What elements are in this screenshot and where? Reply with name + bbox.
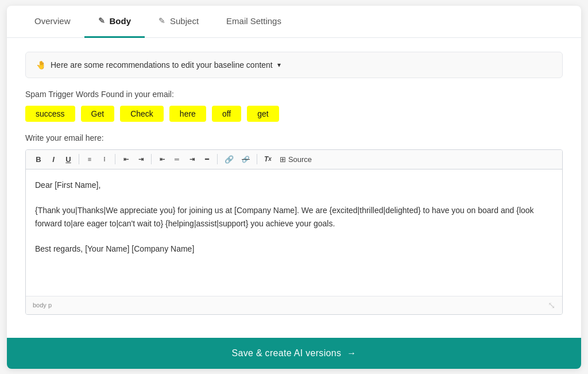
spam-section: Spam Trigger Words Found in your email: … [25,90,563,122]
ordered-list-button[interactable]: ≡ [83,154,96,165]
save-button-label: Save & create AI versions [231,348,341,358]
tab-bar: Overview ✎ Body ✎ Subject Email Settings [7,6,581,38]
email-line-2: {Thank you|Thanks|We appreciate you} for… [35,204,553,230]
align-left-button[interactable]: ⇤ [155,154,169,165]
editor-footer-status: body p [33,302,52,309]
save-create-button[interactable]: Save & create AI versions → [7,338,581,369]
spam-label: Spam Trigger Words Found in your email: [25,90,563,99]
tab-email-settings-label: Email Settings [226,16,281,26]
editor-resize-icon: ⤡ [548,300,555,311]
remove-format-button[interactable]: Tx [261,153,275,165]
spam-tag-off[interactable]: off [212,106,241,122]
tab-subject[interactable]: ✎ Subject [145,6,212,38]
editor-footer: body p ⤡ [26,296,562,314]
toolbar-sep-4 [217,154,218,164]
indent-decrease-button[interactable]: ⇤ [119,154,133,165]
spam-tag-success[interactable]: success [25,106,75,122]
tab-overview-label: Overview [34,16,71,26]
toolbar-sep-3 [151,154,152,164]
rec-banner-text: Here are some recommendations to edit yo… [51,60,273,70]
tab-body[interactable]: ✎ Body [84,6,145,38]
main-content: 🤚 Here are some recommendations to edit … [7,38,581,338]
align-justify-button[interactable]: ━ [200,154,214,165]
unlink-button[interactable]: 🔗 [238,154,253,165]
editor-body[interactable]: Dear [First Name], {Thank you|Thanks|We … [26,169,562,296]
editor-toolbar: B I U ≡ ⁝ ⇤ ⇥ ⇤ ═ ⇥ ━ 🔗 🔗 [26,150,562,169]
unordered-list-button[interactable]: ⁝ [98,154,111,165]
tab-overview[interactable]: Overview [21,6,84,38]
rec-chevron-icon: ▾ [277,61,281,69]
spam-tag-check[interactable]: Check [120,106,164,122]
tab-body-label: Body [110,16,131,26]
save-button-arrow: → [347,348,356,358]
spam-tag-here[interactable]: here [169,106,206,122]
tab-subject-icon: ✎ [158,16,165,25]
tab-email-settings[interactable]: Email Settings [212,6,295,38]
email-editor-section: Write your email here: B I U ≡ ⁝ ⇤ ⇥ ⇤ ═… [25,133,563,315]
editor-container: B I U ≡ ⁝ ⇤ ⇥ ⇤ ═ ⇥ ━ 🔗 🔗 [25,149,563,315]
align-right-button[interactable]: ⇥ [185,154,199,165]
tab-subject-label: Subject [170,16,199,26]
rec-hand-icon: 🤚 [36,60,46,70]
email-line-3: Best regards, [Your Name] [Company Name] [35,242,553,255]
spam-tag-get[interactable]: Get [81,106,115,122]
align-center-button[interactable]: ═ [170,154,184,165]
source-button[interactable]: ⊞ Source [276,153,315,165]
toolbar-sep-2 [115,154,115,164]
indent-increase-button[interactable]: ⇥ [134,154,148,165]
spam-tag-get2[interactable]: get [247,106,278,122]
italic-button[interactable]: I [47,153,60,165]
toolbar-sep-1 [79,154,79,164]
recommendations-banner[interactable]: 🤚 Here are some recommendations to edit … [25,52,563,78]
tab-body-icon: ✎ [98,16,105,25]
email-editor-label: Write your email here: [25,133,563,142]
save-btn-bar: Save & create AI versions → [7,338,581,369]
email-line-1: Dear [First Name], [35,179,553,191]
bold-button[interactable]: B [32,153,45,165]
app-container: Overview ✎ Body ✎ Subject Email Settings… [7,6,581,369]
source-label: Source [288,156,312,163]
spam-tags: success Get Check here off get [25,106,563,122]
source-icon: ⊞ [280,156,286,163]
toolbar-sep-5 [257,154,257,164]
underline-button[interactable]: U [61,153,75,165]
link-button[interactable]: 🔗 [221,153,237,165]
